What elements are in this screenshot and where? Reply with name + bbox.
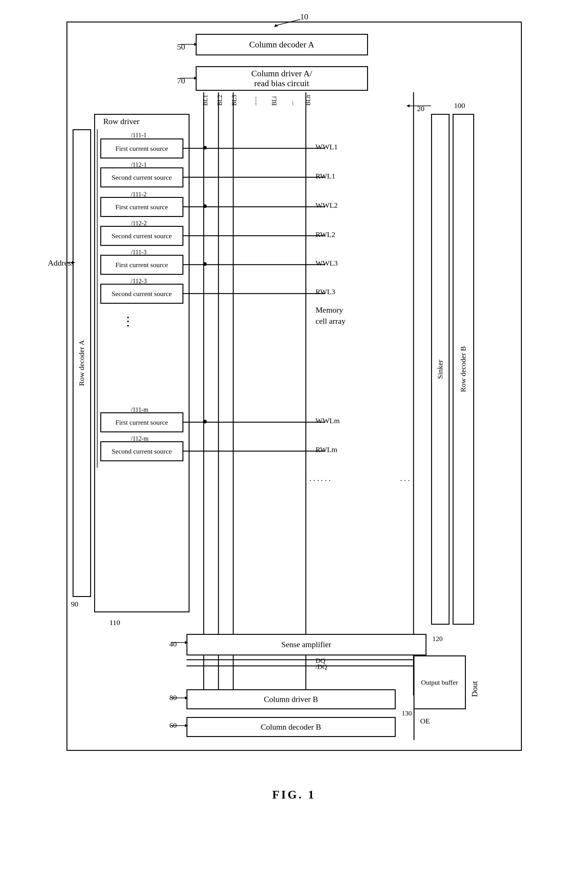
- cs-label-111-2: First current source: [116, 203, 168, 211]
- dots-middle: ⋮: [122, 314, 135, 328]
- cs-label-111-3: First current source: [116, 261, 168, 269]
- col-decoder-b-box: Column decoder B: [186, 717, 396, 737]
- svg-marker-30: [185, 724, 188, 727]
- rwlm-line: [183, 451, 325, 452]
- diagram-wrapper: 10 Column decoder A 50 Column driver A/ …: [48, 12, 540, 782]
- dq-lines-svg: [186, 656, 414, 672]
- cs-box-111-m: First current source: [100, 412, 183, 432]
- dout-container: Dout: [470, 657, 479, 697]
- sinker-box: Sinker: [431, 114, 450, 625]
- cs-label-111-m: First current source: [116, 418, 168, 426]
- ref-110: 110: [110, 619, 120, 627]
- sense-amp-box: Sense amplifier: [186, 634, 426, 655]
- cs-label-112-3: Second current source: [112, 290, 172, 298]
- cs-label-112-2: Second current source: [112, 232, 172, 240]
- conn-dot-wwlm: [203, 420, 207, 423]
- oe-label: OE: [420, 717, 430, 725]
- ref-40-arrow: [171, 639, 188, 646]
- dq-bar-label: /DQ: [316, 663, 327, 671]
- wwlm-label: WWLm: [316, 417, 340, 425]
- col-decoder-b-label: Column decoder B: [261, 723, 321, 732]
- col-decoder-a-label: Column decoder A: [249, 40, 315, 49]
- cs-label-112-1: Second current source: [112, 174, 172, 181]
- cs-box-112-3: Second current source: [100, 284, 183, 304]
- rwl1-label: RWL1: [316, 172, 335, 180]
- rwl3-label: RWL3: [316, 288, 335, 296]
- conn-dot-wwl2: [203, 204, 207, 208]
- address-arrow: [66, 259, 76, 265]
- wwl3-label: WWL3: [316, 259, 338, 267]
- svg-marker-22: [406, 104, 410, 107]
- mem-cell-label: Memory cell array: [316, 304, 345, 327]
- sense-amp-label: Sense amplifier: [281, 640, 331, 649]
- row-decoder-a-label: Row decoder A: [78, 340, 86, 386]
- row-driver-label: Row driver: [104, 117, 140, 126]
- conn-dot-wwl1: [203, 146, 207, 150]
- cs-box-111-1: First current source: [100, 138, 183, 159]
- svg-marker-3: [194, 43, 197, 46]
- cs-box-111-2: First current source: [100, 197, 183, 217]
- dots-bottom-wl: ......: [309, 474, 333, 483]
- ref-20-arrow: [406, 102, 433, 110]
- ref-60-arrow: [171, 723, 188, 729]
- col-driver-b-box: Column driver B: [186, 689, 396, 709]
- row-decoder-b-label: Row decoder B: [459, 346, 467, 392]
- col-decoder-a-box: Column decoder A: [196, 34, 368, 55]
- conn-dot-wwl3: [203, 262, 207, 266]
- ref-70-arrow: [180, 75, 197, 81]
- ref-50-arrow: [180, 41, 197, 47]
- cs-box-112-2: Second current source: [100, 226, 183, 246]
- row-decoder-b-box: Row decoder B: [453, 114, 474, 625]
- cs-label-111-1: First current source: [116, 145, 168, 153]
- rwl1-line: [183, 177, 325, 178]
- svg-line-0: [276, 19, 300, 25]
- svg-marker-28: [185, 696, 188, 699]
- oe-line: [414, 709, 414, 740]
- output-buffer-label: Output buffer: [421, 679, 458, 687]
- ref-120: 120: [433, 635, 443, 643]
- ref-10-arrow: [273, 18, 303, 27]
- ref-80-arrow: [171, 695, 188, 701]
- page-container: 10 Column decoder A 50 Column driver A/ …: [25, 6, 563, 801]
- ref-100: 100: [454, 102, 465, 110]
- rwl2-label: RWL2: [316, 231, 335, 239]
- svg-marker-5: [194, 76, 197, 80]
- sinker-label: Sinker: [436, 360, 444, 379]
- col-driver-b-label: Column driver B: [264, 695, 318, 704]
- ref-90: 90: [71, 600, 78, 609]
- col-driver-a-box: Column driver A/ read bias circuit: [196, 66, 368, 91]
- rwl3-line: [183, 293, 325, 294]
- dout-label: Dout: [470, 681, 479, 697]
- cs-label-112-m: Second current source: [112, 447, 172, 456]
- rwl2-line: [183, 235, 325, 236]
- dots-bottom-wl2: ...: [400, 474, 412, 483]
- ref-111-1: /111-1: [131, 132, 147, 139]
- wwl1-label: WWL1: [316, 143, 338, 151]
- svg-marker-12: [72, 261, 75, 264]
- cs-box-112-m: Second current source: [100, 441, 183, 461]
- fig-label: FIG. 1: [272, 788, 316, 801]
- svg-marker-1: [274, 24, 278, 27]
- cs-box-111-3: First current source: [100, 255, 183, 275]
- output-buffer-box: Output buffer: [414, 655, 466, 709]
- col-driver-a-label: Column driver A/ read bias circuit: [251, 69, 312, 88]
- rwlm-label: RWLm: [316, 445, 338, 454]
- row-driver-box: [94, 114, 189, 612]
- bitlines-svg: [198, 92, 423, 696]
- ref-130: 130: [402, 709, 412, 717]
- wwl2-label: WWL2: [316, 201, 338, 210]
- svg-marker-24: [185, 641, 188, 644]
- cs-box-112-1: Second current source: [100, 167, 183, 187]
- row-decoder-a-box: Row decoder A: [73, 129, 91, 597]
- left-vertical-bus: [93, 129, 101, 468]
